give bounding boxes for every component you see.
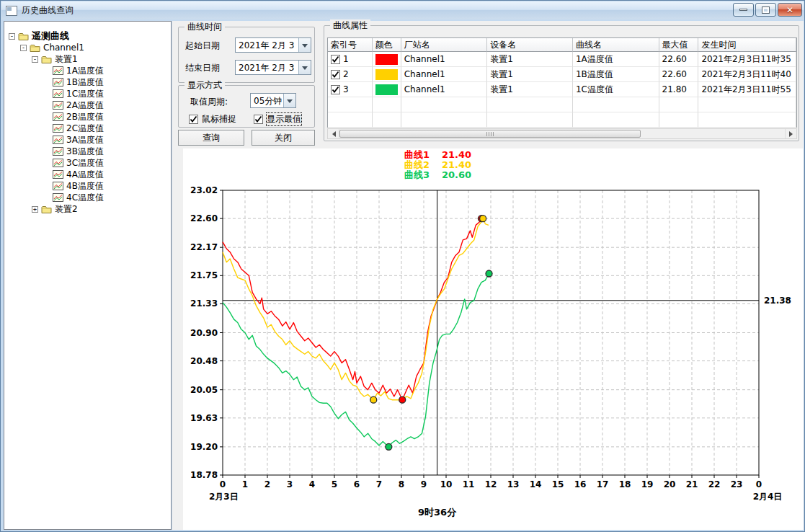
tree-item-3B温度值[interactable]: 3B温度值 [4, 146, 171, 157]
curve-time-title: 曲线时间 [184, 21, 225, 33]
y-tick-label: 20.48 [190, 356, 218, 366]
end-date-dropdown-button[interactable] [298, 61, 311, 74]
x-tick-label: 17 [597, 479, 609, 489]
mouse-capture-label: 鼠标捕捉 [202, 113, 236, 125]
tree-expander[interactable]: - [32, 56, 38, 63]
table-hscrollbar[interactable] [327, 128, 797, 139]
table-cell: 1A温度值 [573, 52, 659, 67]
table-cell [487, 112, 573, 128]
check-icon [332, 86, 339, 94]
period-dropdown-button[interactable] [283, 94, 295, 107]
tree-item-2B温度值[interactable]: 2B温度值 [4, 111, 171, 123]
check-icon [332, 56, 339, 63]
row-checkbox[interactable] [331, 55, 340, 64]
curve-icon [53, 78, 63, 87]
x-tick-label: 1 [242, 479, 248, 489]
table-cell: Channel1 [401, 82, 488, 97]
curve-icon [53, 101, 63, 110]
tree-item-label: 4A温度值 [66, 169, 104, 181]
table-row[interactable]: 1Channel1装置11A温度值22.602021年2月3日11时35 [328, 52, 796, 67]
mouse-capture-checkbox-row: 鼠标捕捉 [189, 113, 236, 125]
legend-row: 曲线121.40 [404, 150, 471, 160]
table-header-cell: 设备名 [487, 38, 573, 52]
curve-icon [53, 112, 63, 121]
minimize-button[interactable] [733, 3, 754, 17]
query-button[interactable]: 查询 [178, 130, 244, 146]
tree-item-2C温度值[interactable]: 2C温度值 [4, 123, 171, 134]
close-icon: ✕ [786, 6, 793, 14]
x-tick-label: 15 [552, 479, 564, 489]
tree-expander[interactable]: - [9, 33, 15, 40]
table-header-cell: 索引号 [328, 38, 373, 52]
table-cell: Channel1 [401, 52, 488, 67]
legend-name: 曲线3 [404, 170, 442, 180]
x-tick-label: 0 [756, 479, 762, 489]
extreme-marker-曲线2 [370, 396, 377, 403]
tree-item-遥测曲线[interactable]: -遥测曲线 [4, 30, 171, 42]
table-cell: 3 [328, 82, 373, 97]
tree-item-Channel1[interactable]: -Channel1 [4, 42, 171, 53]
tree-expander[interactable]: + [32, 206, 38, 213]
table-header-cell: 最大值 [659, 38, 699, 52]
close-button[interactable]: ✕ [778, 3, 802, 17]
show-extremes-label: 显示最值 [267, 113, 301, 125]
curve-time-groupbox: 曲线时间 起始日期 2021年 2月 3 结束日期 2021年 2月 3 [178, 27, 315, 83]
table-cell: 21.80 [659, 82, 699, 97]
start-date-combobox[interactable]: 2021年 2月 3 [235, 37, 311, 53]
y-tick-label: 19.63 [190, 413, 218, 423]
tree-item-4B温度值[interactable]: 4B温度值 [4, 180, 171, 192]
arrow-right-icon [789, 131, 796, 137]
tree-item-装置1[interactable]: -装置1 [4, 53, 171, 65]
scroll-right-button[interactable] [785, 129, 796, 138]
tree-item-装置2[interactable]: +装置2 [4, 203, 171, 215]
tree-item-label: 1C温度值 [66, 88, 104, 100]
curve-icon [53, 89, 63, 98]
chart-panel: 23.0222.6022.1721.7521.3320.9020.4820.05… [183, 148, 803, 530]
show-extremes-checkbox[interactable] [254, 115, 263, 124]
x-tick-label: 16 [574, 479, 587, 489]
tree-item-1B温度值[interactable]: 1B温度值 [4, 76, 171, 88]
history-curve-chart[interactable]: 23.0222.6022.1721.7521.3320.9020.4820.05… [183, 148, 803, 530]
scroll-left-button[interactable] [328, 129, 339, 138]
curve-icon [53, 159, 63, 167]
table-row[interactable]: 2Channel1装置11B温度值22.602021年2月3日11时40 [328, 67, 796, 82]
tree-item-2A温度值[interactable]: 2A温度值 [4, 99, 171, 111]
row-checkbox[interactable] [331, 70, 340, 79]
table-header-cell: 厂站名 [401, 38, 488, 52]
close-dialog-button[interactable]: 关闭 [252, 130, 315, 146]
tree-item-3A温度值[interactable]: 3A温度值 [4, 134, 171, 146]
tree-item-label: 2B温度值 [66, 111, 104, 123]
tree-item-3C温度值[interactable]: 3C温度值 [4, 157, 171, 169]
tree-item-4A温度值[interactable]: 4A温度值 [4, 169, 171, 180]
end-date-combobox[interactable]: 2021年 2月 3 [235, 60, 311, 75]
display-mode-groupbox: 显示方式 取值周期: 05分钟 鼠标捕捉 显示最值 [178, 85, 315, 128]
curve-tree: -遥测曲线-Channel1-装置11A温度值1B温度值1C温度值2A温度值2B… [4, 21, 172, 530]
legend-value: 21.40 [442, 160, 471, 170]
table-row[interactable]: 3Channel1装置11C温度值21.802021年2月3日11时55 [328, 82, 796, 97]
tree-item-label: 装置1 [55, 53, 78, 66]
titlebar[interactable]: 历史曲线查询 [1, 1, 804, 19]
end-date-label: 结束日期 [185, 62, 220, 74]
tree-item-1C温度值[interactable]: 1C温度值 [4, 88, 171, 99]
scrollbar-thumb[interactable] [339, 130, 641, 138]
tree-expander[interactable]: - [20, 45, 27, 51]
period-label: 取值周期: [190, 96, 228, 108]
start-date-dropdown-button[interactable] [298, 38, 311, 52]
curve-color-swatch [375, 84, 398, 95]
period-combobox[interactable]: 05分钟 [250, 93, 296, 108]
table-cell [373, 67, 401, 82]
row-checkbox[interactable] [331, 85, 340, 94]
y-tick-label: 22.60 [190, 213, 218, 223]
table-cell [328, 97, 373, 112]
tree-item-1A温度值[interactable]: 1A温度值 [4, 65, 171, 76]
table-cell: 装置1 [487, 67, 573, 82]
tree-item-4C温度值[interactable]: 4C温度值 [4, 192, 171, 203]
curve-properties-groupbox: 曲线属性 索引号颜色厂站名设备名曲线名最大值发生时间1Channel1装置11A… [324, 25, 799, 141]
curve-color-swatch [375, 69, 398, 80]
restore-button[interactable] [755, 3, 776, 17]
folder-icon [41, 205, 52, 214]
curve-properties-title: 曲线属性 [330, 19, 370, 32]
x-tick-label: 0 [220, 479, 226, 489]
table-header-cell: 曲线名 [573, 38, 659, 52]
mouse-capture-checkbox[interactable] [189, 115, 198, 124]
